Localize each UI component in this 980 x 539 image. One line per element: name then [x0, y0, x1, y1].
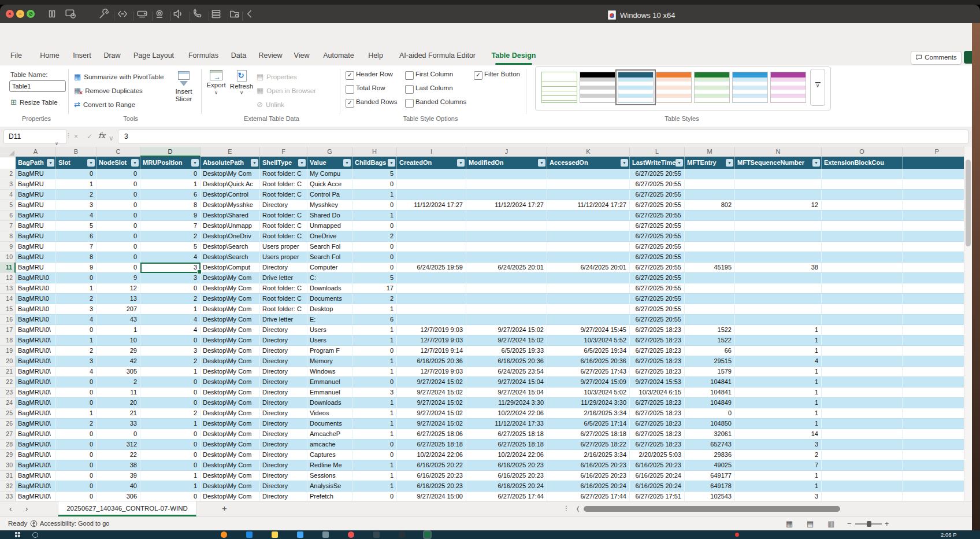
filter-dropdown-icon[interactable]: ▼: [812, 159, 820, 167]
cell[interactable]: 0: [96, 252, 140, 263]
cell[interactable]: 6/27/2025 17:44: [466, 492, 547, 501]
cell[interactable]: 2: [56, 190, 96, 200]
cell[interactable]: 6/27/2025 18:23: [630, 367, 685, 377]
cell[interactable]: 4: [56, 211, 96, 221]
cell[interactable]: [822, 221, 903, 231]
cell[interactable]: 6/27/2025 18:18: [466, 429, 547, 440]
cell[interactable]: [547, 283, 630, 294]
cell[interactable]: 2: [140, 231, 201, 242]
cell[interactable]: 0: [352, 200, 397, 211]
cell[interactable]: Directory: [260, 419, 307, 429]
cell[interactable]: BagMRU\0\: [16, 335, 56, 346]
resize-table-button[interactable]: ⊞Resize Table: [10, 97, 58, 107]
cell[interactable]: [903, 304, 972, 315]
filter-dropdown-icon[interactable]: ▼: [87, 159, 95, 167]
cell[interactable]: 8: [140, 200, 201, 211]
cell[interactable]: [903, 273, 972, 283]
cell[interactable]: 1: [56, 179, 96, 190]
cell[interactable]: [822, 481, 903, 492]
taskbar-search-icon[interactable]: [32, 532, 38, 538]
cell[interactable]: Root folder: C: [260, 231, 307, 242]
table-style-black-gray[interactable]: [580, 72, 615, 103]
cell[interactable]: 9/27/2024 15:09: [547, 377, 630, 387]
cell[interactable]: [397, 304, 466, 315]
cell[interactable]: [397, 294, 466, 304]
cell[interactable]: Directory: [260, 492, 307, 501]
refresh-button[interactable]: ↻ Refresh ∨: [229, 69, 254, 95]
cell[interactable]: 0: [56, 429, 96, 440]
cell[interactable]: 17: [352, 283, 397, 294]
cell[interactable]: BagMRU\0: [16, 315, 56, 325]
select-all-corner[interactable]: [0, 147, 16, 157]
cell[interactable]: 6/27/2025 18:23: [630, 398, 685, 408]
fullscreen-icon[interactable]: ⊘: [27, 10, 35, 18]
cell[interactable]: BagMRU: [16, 200, 56, 211]
cell[interactable]: 0: [96, 263, 140, 273]
cell[interactable]: [397, 221, 466, 231]
cell[interactable]: Desktop\Mysshke: [201, 200, 260, 211]
cell[interactable]: [903, 492, 972, 501]
disk-drive-icon[interactable]: [136, 8, 148, 20]
cell[interactable]: 9/27/2024 15:02: [466, 335, 547, 346]
cell[interactable]: [822, 419, 903, 429]
cell[interactable]: BagMRU: [16, 242, 56, 252]
cell[interactable]: 11/29/2024 3:30: [466, 398, 547, 408]
cell[interactable]: 9/27/2024 15:02: [397, 398, 466, 408]
cell[interactable]: 6/27/2025 18:06: [397, 429, 466, 440]
cell[interactable]: Desktop\My Com: [201, 283, 260, 294]
cell[interactable]: 6/27/2025 20:55: [630, 283, 685, 294]
table-style-teal-blue[interactable]: [618, 72, 654, 103]
row-header[interactable]: 22: [0, 377, 16, 387]
cell[interactable]: [903, 179, 972, 190]
ribbon-tab-home[interactable]: Home: [40, 51, 59, 60]
cell[interactable]: [466, 273, 547, 283]
cell[interactable]: Desktop\My Com: [201, 460, 260, 471]
cell[interactable]: [466, 315, 547, 325]
cell[interactable]: 0: [56, 460, 96, 471]
cell[interactable]: 6/16/2025 20:23: [397, 481, 466, 492]
cell[interactable]: 12/7/2019 9:03: [397, 325, 466, 335]
cell[interactable]: 33: [96, 419, 140, 429]
cell[interactable]: Directory: [260, 440, 307, 450]
cell[interactable]: Documents: [307, 294, 352, 304]
firefox-icon[interactable]: [221, 531, 227, 538]
cell[interactable]: 9/27/2024 15:02: [466, 325, 547, 335]
excel-icon[interactable]: [424, 531, 430, 538]
filter-dropdown-icon[interactable]: ▼: [131, 159, 139, 167]
insert-slicer-button[interactable]: Insert Slicer: [169, 69, 199, 119]
cell[interactable]: BagMRU\0: [16, 304, 56, 315]
filter-dropdown-icon[interactable]: ▼: [298, 159, 306, 167]
row-header[interactable]: 3: [0, 179, 16, 190]
cell[interactable]: 6/27/2025 20:55: [630, 304, 685, 315]
table-name-input[interactable]: [9, 80, 66, 92]
cell[interactable]: 9/27/2024 15:02: [397, 419, 466, 429]
cell[interactable]: 11: [96, 387, 140, 398]
column-header-J[interactable]: J: [466, 147, 547, 157]
cell[interactable]: BagMRU\0\: [16, 367, 56, 377]
cell[interactable]: 6/27/2025 18:23: [630, 346, 685, 356]
cell[interactable]: 6/27/2025 18:18: [397, 440, 466, 450]
cell[interactable]: 104850: [685, 419, 735, 429]
cell[interactable]: Desktop\My Com: [201, 398, 260, 408]
cell[interactable]: 0: [140, 387, 201, 398]
cell[interactable]: 2/16/2025 3:34: [547, 450, 630, 460]
cell[interactable]: [466, 304, 547, 315]
cell[interactable]: 6/27/2025 20:55: [630, 200, 685, 211]
cell[interactable]: 11/29/2024 3:30: [547, 398, 630, 408]
cell[interactable]: 12/7/2019 9:03: [397, 335, 466, 346]
ribbon-tab-draw[interactable]: Draw: [103, 51, 120, 60]
row-header[interactable]: 11: [0, 263, 16, 273]
row-header[interactable]: 23: [0, 387, 16, 398]
cell[interactable]: 9: [96, 273, 140, 283]
cell[interactable]: Desktop\My Com: [201, 367, 260, 377]
filter-dropdown-icon[interactable]: ▼: [343, 159, 351, 167]
cell[interactable]: 0: [140, 460, 201, 471]
cell[interactable]: Users proper: [260, 242, 307, 252]
cell[interactable]: [903, 450, 972, 460]
cell[interactable]: 3: [140, 346, 201, 356]
cell[interactable]: [466, 242, 547, 252]
row-header[interactable]: 28: [0, 440, 16, 450]
cell[interactable]: 649177: [685, 471, 735, 481]
cell[interactable]: 104841: [685, 387, 735, 398]
cell[interactable]: BagMRU\0\: [16, 481, 56, 492]
